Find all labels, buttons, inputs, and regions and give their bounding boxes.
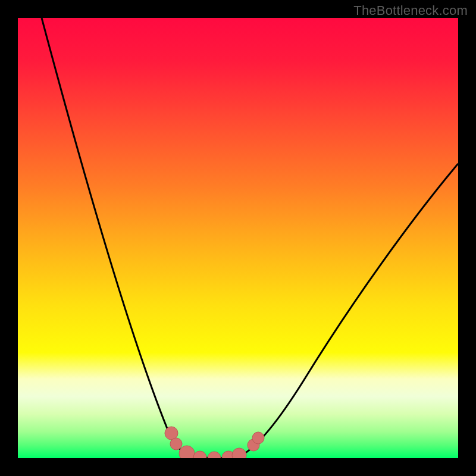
chart-frame: TheBottleneck.com: [0, 0, 476, 476]
bottleneck-curve: [18, 18, 458, 458]
curve-right-branch: [238, 164, 458, 457]
curve-marker-6: [232, 448, 246, 458]
curve-marker-4: [208, 452, 221, 458]
curve-lines: [42, 18, 458, 458]
watermark-text: TheBottleneck.com: [353, 3, 468, 18]
curve-left-branch: [42, 18, 196, 457]
marker-group: [165, 427, 264, 458]
curve-marker-3: [193, 451, 206, 458]
curve-marker-8: [252, 432, 264, 444]
curve-marker-1: [170, 438, 182, 450]
curve-marker-2: [179, 446, 195, 458]
